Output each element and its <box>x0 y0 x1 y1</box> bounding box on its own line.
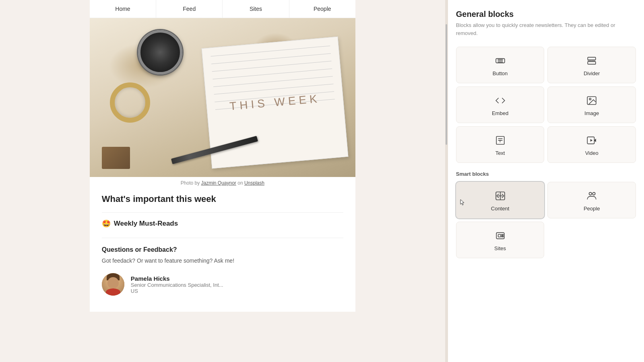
block-video[interactable]: Video <box>547 126 636 163</box>
avatar <box>102 273 124 296</box>
text-icon: T <box>495 135 506 146</box>
bracelet-decoration <box>110 82 150 123</box>
block-embed-label: Embed <box>492 110 508 116</box>
svg-text:T: T <box>499 139 501 143</box>
nav-sites[interactable]: Sites <box>223 0 289 18</box>
photographer-link[interactable]: Jazmin Quaynor <box>201 180 236 186</box>
section-label: Weekly Must-Reads <box>114 220 178 228</box>
content-card: THIS WEEK Photo by Jazmin Quaynor on Uns… <box>90 18 355 312</box>
svg-point-21 <box>592 192 595 195</box>
svg-marker-19 <box>460 200 464 205</box>
block-button-label: Button <box>493 70 508 76</box>
svg-rect-23 <box>498 234 501 237</box>
general-blocks-grid: Button Divider Embed <box>456 47 636 163</box>
block-sites[interactable]: Sites <box>456 222 545 258</box>
person-info: Pamela Hicks Senior Communications Speci… <box>131 275 223 294</box>
feedback-section: Questions or Feedback? Got feedack? Or w… <box>102 246 343 296</box>
content-icon <box>495 190 506 202</box>
wood-box-decoration <box>102 147 130 169</box>
article-divider-1 <box>102 212 343 213</box>
feedback-title: Questions or Feedback? <box>102 246 343 253</box>
block-image-label: Image <box>584 110 599 116</box>
svg-point-8 <box>589 98 591 100</box>
block-people-label: People <box>584 206 600 212</box>
block-text-label: Text <box>495 150 505 156</box>
divider-icon <box>586 55 597 66</box>
block-people[interactable]: People <box>547 182 636 218</box>
block-content[interactable]: Content <box>456 182 545 218</box>
right-panel: General blocks Blocks allow you to quick… <box>448 0 644 362</box>
hero-image: THIS WEEK <box>90 18 355 177</box>
block-sites-label: Sites <box>494 245 506 251</box>
nav-feed[interactable]: Feed <box>156 0 223 18</box>
section-emoji: 🤩 <box>102 219 111 228</box>
block-divider[interactable]: Divider <box>547 47 636 83</box>
top-nav: Home Feed Sites People <box>90 0 355 18</box>
embed-icon <box>495 95 506 106</box>
article-title: What's important this week <box>102 192 343 204</box>
button-icon <box>495 55 506 66</box>
block-text[interactable]: T Text <box>456 126 545 163</box>
block-video-label: Video <box>585 150 599 156</box>
article-body: Photo by Jazmin Quaynor on Unsplash What… <box>90 177 355 296</box>
image-credit: Photo by Jazmin Quaynor on Unsplash <box>102 177 343 192</box>
cursor-icon <box>460 199 468 207</box>
person-card: Pamela Hicks Senior Communications Speci… <box>102 273 343 296</box>
article-divider-2 <box>102 238 343 238</box>
scrollbar <box>445 0 448 362</box>
block-image[interactable]: Image <box>547 86 636 123</box>
scroll-thumb[interactable] <box>446 24 447 145</box>
people-icon <box>586 190 597 202</box>
smart-blocks-grid: Content People <box>456 182 636 258</box>
svg-marker-15 <box>590 139 592 142</box>
feedback-text: Got feedack? Or want to feature somethin… <box>102 257 343 265</box>
panel-title: General blocks <box>456 10 636 19</box>
image-icon <box>586 95 597 106</box>
sites-icon <box>495 230 506 241</box>
svg-rect-4 <box>588 57 596 60</box>
video-icon <box>586 135 597 146</box>
person-name: Pamela Hicks <box>131 275 223 282</box>
block-content-label: Content <box>491 206 510 212</box>
person-role: Senior Communications Specialist, Int... <box>131 282 223 288</box>
svg-rect-24 <box>502 234 503 235</box>
svg-point-20 <box>589 192 592 195</box>
person-location: US <box>131 288 223 294</box>
nav-people[interactable]: People <box>289 0 355 18</box>
section-header: 🤩 Weekly Must-Reads <box>102 219 343 228</box>
unsplash-link[interactable]: Unsplash <box>244 180 264 186</box>
camera-decoration <box>138 30 182 74</box>
preview-area: Home Feed Sites People <box>0 0 445 362</box>
svg-rect-5 <box>588 62 596 64</box>
block-embed[interactable]: Embed <box>456 86 545 123</box>
nav-home[interactable]: Home <box>90 0 156 18</box>
svg-rect-25 <box>502 236 503 237</box>
panel-subtitle: Blocks allow you to quickly create newsl… <box>456 21 636 37</box>
block-divider-label: Divider <box>584 70 600 76</box>
block-button[interactable]: Button <box>456 47 545 83</box>
smart-blocks-title: Smart blocks <box>456 171 636 177</box>
svg-rect-22 <box>496 232 504 239</box>
